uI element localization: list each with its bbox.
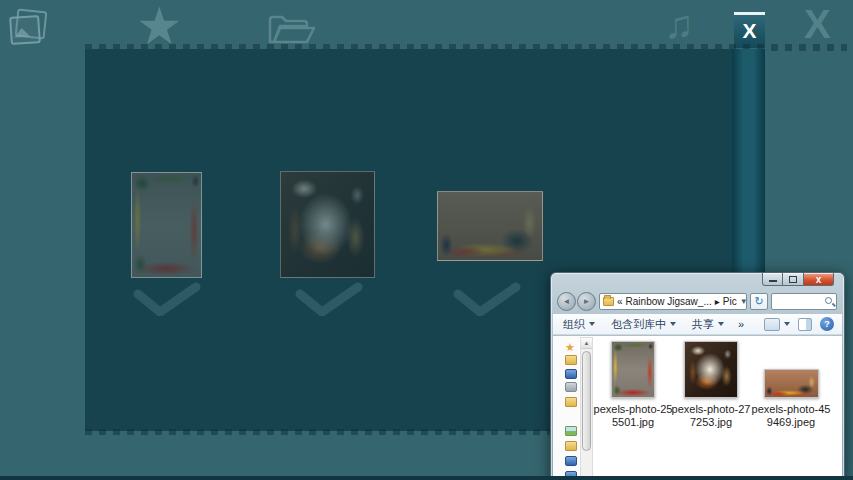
search-input[interactable] (771, 293, 837, 310)
explorer-body: ★ ▲ pexels-photo-255501.jpg (553, 336, 842, 480)
minimize-icon (769, 280, 777, 282)
open-folder-icon[interactable] (266, 12, 318, 46)
share-menu[interactable]: 共享 (692, 317, 724, 332)
puzzle-thumbnail-2[interactable] (280, 171, 375, 278)
folder-icon[interactable] (565, 441, 577, 451)
forward-button[interactable]: ► (577, 292, 596, 311)
photo-mountain-glyph (14, 27, 31, 37)
command-toolbar: 组织 包含到库中 共享 » ? (553, 314, 842, 335)
include-in-library-menu[interactable]: 包含到库中 (611, 317, 676, 332)
chevron-down-icon (718, 322, 724, 326)
organize-menu[interactable]: 组织 (563, 317, 595, 332)
file-name: pexels-photo-459469.jpeg (749, 403, 833, 429)
back-button[interactable]: ◄ (557, 292, 576, 311)
desktop-icon[interactable] (565, 369, 577, 379)
maximize-button[interactable] (783, 273, 804, 286)
close-button[interactable]: x (804, 273, 834, 286)
help-button[interactable]: ? (820, 317, 834, 331)
organize-label: 组织 (563, 317, 585, 332)
breadcrumb-parent[interactable]: Rainbow Jigsaw_... (626, 296, 712, 307)
thumbnail-area (684, 338, 738, 398)
chevron-down-icon (589, 322, 595, 326)
file-name: pexels-photo-277253.jpg (669, 403, 753, 429)
ghost-close-icon[interactable]: X (804, 2, 831, 47)
toolbar-more-button[interactable]: » (738, 318, 744, 330)
thumbnail-area (611, 338, 655, 398)
thumbnail-area (764, 338, 819, 398)
folder-icon (603, 297, 614, 306)
file-thumbnail[interactable] (764, 369, 819, 398)
recent-places-icon[interactable] (565, 382, 577, 392)
folder-icon[interactable] (565, 355, 577, 365)
address-bar[interactable]: « Rainbow Jigsaw_... ▸ Pic ▼ (599, 293, 747, 310)
music-note-icon[interactable]: ♫ (664, 2, 694, 47)
completed-check-icon (132, 282, 202, 316)
game-close-button[interactable]: X (734, 12, 765, 48)
chevron-down-icon (670, 322, 676, 326)
minimize-button[interactable] (762, 273, 783, 286)
puzzle-thumbnail-3[interactable] (437, 191, 543, 261)
window-controls: x (762, 273, 834, 286)
chevron-down-icon (784, 322, 790, 326)
computer-icon[interactable] (565, 456, 577, 466)
views-icon (764, 318, 780, 331)
folder-icon[interactable] (565, 397, 577, 407)
change-view-button[interactable] (764, 318, 790, 331)
completed-check-icon (294, 282, 364, 316)
toolbar-right-group: ? (764, 317, 834, 331)
file-thumbnail[interactable] (611, 341, 655, 398)
share-label: 共享 (692, 317, 714, 332)
gallery-icon[interactable] (10, 10, 48, 46)
local-disk-icon[interactable] (565, 471, 577, 480)
file-thumbnail[interactable] (684, 341, 738, 398)
puzzle-thumbnail-1[interactable] (131, 172, 202, 278)
pictures-library-icon[interactable] (565, 426, 577, 436)
file-item[interactable]: pexels-photo-459469.jpeg (743, 338, 839, 429)
address-row: ◄ ► « Rainbow Jigsaw_... ▸ Pic ▼ ↻ (557, 291, 837, 311)
more-label: » (738, 318, 744, 330)
include-label: 包含到库中 (611, 317, 666, 332)
address-dropdown-icon[interactable]: ▼ (740, 297, 747, 306)
maximize-icon (789, 276, 797, 283)
breadcrumb-overflow[interactable]: « (617, 296, 623, 307)
refresh-button[interactable]: ↻ (750, 293, 768, 310)
favorites-star-icon[interactable]: ★ (565, 342, 577, 352)
explorer-window: x ◄ ► « Rainbow Jigsaw_... ▸ Pic ▼ ↻ 组织 (550, 272, 845, 480)
breadcrumb-separator-icon: ▸ (715, 296, 720, 307)
search-icon (825, 297, 832, 304)
breadcrumb-current[interactable]: Pic (723, 296, 737, 307)
preview-pane-button[interactable] (798, 318, 812, 331)
navigation-pane: ★ (553, 336, 579, 480)
completed-check-icon (452, 282, 522, 316)
jigsaw-app-window: ★ ♫ X X x ◄ ► « Rainbow Jigsaw_... (0, 0, 853, 480)
